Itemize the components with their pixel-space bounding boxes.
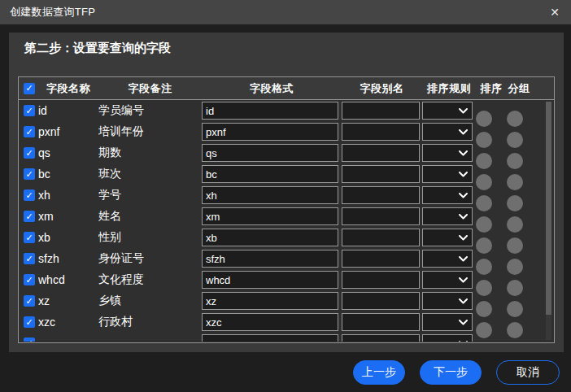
field-alias-input[interactable] xyxy=(342,313,420,331)
sort-rule-select[interactable] xyxy=(422,207,473,225)
window-title: 创建数据查询TFP xyxy=(10,5,95,20)
header-group: 分组 xyxy=(507,81,531,96)
sort-rule-select[interactable] xyxy=(422,102,473,120)
field-remark: 学员编号 xyxy=(98,103,202,118)
next-step-button[interactable]: 下一步 xyxy=(420,360,482,385)
chevron-down-icon xyxy=(459,150,468,156)
row-checkbox[interactable]: ✓ xyxy=(24,253,35,264)
chevron-down-icon xyxy=(459,277,468,283)
row-checkbox[interactable]: ✓ xyxy=(24,126,35,137)
header-sort: 排序 xyxy=(476,81,507,96)
field-alias-input[interactable] xyxy=(342,102,420,120)
table-row: ✓ sfzh 身份证号 xyxy=(19,248,554,269)
sort-rule-select[interactable] xyxy=(422,144,473,162)
scrollbar-thumb[interactable] xyxy=(546,102,551,315)
row-checkbox[interactable]: ✓ xyxy=(24,211,35,222)
field-alias-input[interactable] xyxy=(342,292,420,310)
fields-table: ✓ 字段名称 字段备注 字段格式 字段别名 排序规则 排序 分组 ✓ id 学员… xyxy=(18,76,555,343)
row-checkbox[interactable]: ✓ xyxy=(24,316,35,328)
chevron-down-icon xyxy=(459,129,468,135)
chevron-down-icon xyxy=(459,341,468,342)
sort-rule-select[interactable] xyxy=(422,165,473,183)
field-alias-input[interactable] xyxy=(342,271,420,289)
sort-rule-select[interactable] xyxy=(422,292,473,310)
table-row: ✓ xyxy=(19,333,554,342)
sort-rule-select[interactable] xyxy=(422,123,473,141)
table-row: ✓ xh 学号 xyxy=(19,185,554,206)
prev-step-button[interactable]: 上一步 xyxy=(353,360,405,385)
field-alias-input[interactable] xyxy=(342,165,420,183)
table-row: ✓ id 学员编号 xyxy=(19,100,554,121)
field-format-input[interactable] xyxy=(202,144,338,162)
main-panel: 第二步：设置要查询的字段 ✓ 字段名称 字段备注 字段格式 字段别名 排序规则 … xyxy=(9,33,564,352)
row-checkbox[interactable]: ✓ xyxy=(24,232,35,243)
field-format-input[interactable] xyxy=(202,292,338,310)
chevron-down-icon xyxy=(459,298,468,304)
field-format-input[interactable] xyxy=(202,250,338,268)
field-remark: 身份证号 xyxy=(98,251,202,266)
field-alias-input[interactable] xyxy=(342,207,420,225)
field-remark: 性别 xyxy=(98,230,202,245)
field-alias-input[interactable] xyxy=(342,144,420,162)
field-format-input[interactable] xyxy=(202,313,338,331)
sort-rule-select[interactable] xyxy=(422,186,473,204)
field-remark: 姓名 xyxy=(98,209,202,224)
cancel-button[interactable]: 取消 xyxy=(496,360,560,385)
field-format-input[interactable] xyxy=(202,271,338,289)
table-body: ✓ id 学员编号 ✓ pxnf 培训年份 ✓ qs 期数 xyxy=(19,100,554,342)
step-title: 第二步：设置要查询的字段 xyxy=(24,41,171,56)
field-alias-input[interactable] xyxy=(342,123,420,141)
table-row: ✓ xz 乡镇 xyxy=(19,290,554,311)
chevron-down-icon xyxy=(459,193,468,198)
row-checkbox[interactable]: ✓ xyxy=(24,338,35,342)
field-format-input[interactable] xyxy=(202,165,338,183)
field-format-input[interactable] xyxy=(202,207,338,225)
field-format-input[interactable] xyxy=(202,102,338,120)
table-row: ✓ xzc 行政村 xyxy=(19,311,554,333)
chevron-down-icon xyxy=(459,214,468,220)
header-sort-rule: 排序规则 xyxy=(422,81,476,96)
chevron-down-icon xyxy=(459,320,468,325)
sort-rule-select[interactable] xyxy=(422,313,473,331)
table-header-row: ✓ 字段名称 字段备注 字段格式 字段别名 排序规则 排序 分组 xyxy=(19,77,554,100)
field-name: xm xyxy=(38,210,98,223)
row-checkbox[interactable]: ✓ xyxy=(24,189,35,201)
field-format-input[interactable] xyxy=(202,334,338,342)
field-format-input[interactable] xyxy=(202,186,338,204)
close-icon[interactable]: ✕ xyxy=(545,3,564,21)
chevron-down-icon xyxy=(459,172,468,177)
field-format-input[interactable] xyxy=(202,229,338,246)
field-remark: 班次 xyxy=(98,167,202,181)
table-row: ✓ qs 期数 xyxy=(19,142,554,163)
sort-rule-select[interactable] xyxy=(422,271,473,289)
field-name: xzc xyxy=(38,316,98,329)
table-row: ✓ xb 性别 xyxy=(19,227,554,248)
field-remark: 文化程度 xyxy=(98,272,202,287)
sort-rule-select[interactable] xyxy=(422,334,473,342)
row-checkbox[interactable]: ✓ xyxy=(24,147,35,159)
select-all-checkbox[interactable]: ✓ xyxy=(24,83,35,94)
field-alias-input[interactable] xyxy=(342,186,420,204)
row-checkbox[interactable]: ✓ xyxy=(24,274,35,285)
row-checkbox[interactable]: ✓ xyxy=(24,168,35,180)
titlebar: 创建数据查询TFP ✕ xyxy=(0,0,571,24)
table-row: ✓ bc 班次 xyxy=(19,163,554,185)
table-row: ✓ whcd 文化程度 xyxy=(19,269,554,290)
row-checkbox[interactable]: ✓ xyxy=(24,105,35,116)
field-alias-input[interactable] xyxy=(342,229,420,246)
field-alias-input[interactable] xyxy=(342,334,420,342)
field-alias-input[interactable] xyxy=(342,250,420,268)
dialog-window: 创建数据查询TFP ✕ 第二步：设置要查询的字段 ✓ 字段名称 字段备注 字段格… xyxy=(0,0,571,392)
chevron-down-icon xyxy=(459,256,468,262)
field-remark: 培训年份 xyxy=(98,124,202,139)
field-format-input[interactable] xyxy=(202,123,338,141)
header-field-remark: 字段备注 xyxy=(98,81,202,96)
sort-rule-select[interactable] xyxy=(422,250,473,268)
field-name: sfzh xyxy=(38,252,98,265)
field-remark: 学号 xyxy=(98,188,202,203)
field-remark: 乡镇 xyxy=(98,294,202,308)
scrollbar-track[interactable] xyxy=(546,102,551,340)
table-row: ✓ pxnf 培训年份 xyxy=(19,121,554,142)
row-checkbox[interactable]: ✓ xyxy=(24,295,35,307)
sort-rule-select[interactable] xyxy=(422,229,473,246)
